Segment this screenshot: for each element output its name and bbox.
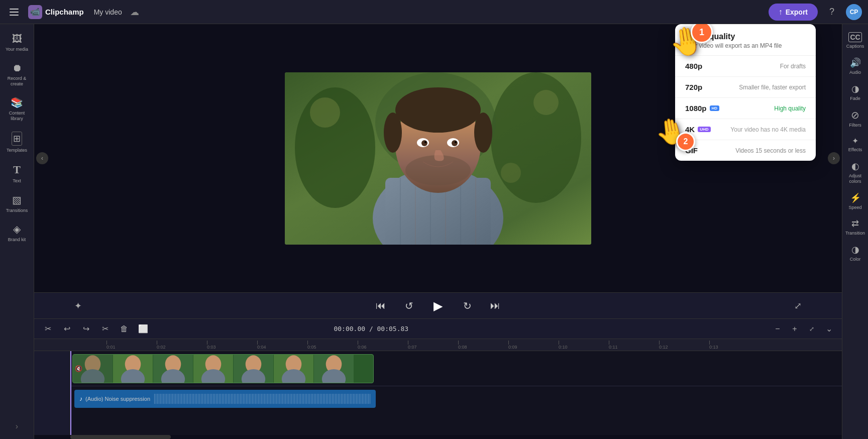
sidebar-item-templates[interactable]: ⊞ Templates bbox=[2, 127, 32, 158]
svg-point-6 bbox=[533, 90, 559, 115]
collapse-left-button[interactable]: ‹ bbox=[36, 152, 48, 164]
video-title[interactable]: My video bbox=[94, 8, 122, 16]
right-panel: CC Captions 🔊 Audio ◑ Fade ⊘ Filters ✦ E… bbox=[842, 24, 868, 439]
video-track: 🔇 bbox=[70, 351, 842, 386]
undo-button[interactable]: ↩ bbox=[59, 321, 74, 337]
sidebar-item-brand-kit[interactable]: ◈ Brand kit bbox=[2, 218, 32, 248]
right-panel-label-effects: Effects bbox=[848, 147, 862, 153]
export-option-480p[interactable]: 480p For drafts bbox=[675, 56, 816, 77]
export-dropdown-title: Video quality bbox=[685, 32, 806, 41]
right-panel-item-audio[interactable]: 🔊 Audio bbox=[843, 53, 867, 79]
skip-forward-button[interactable]: ⏭ bbox=[486, 297, 504, 315]
audio-note-icon: ♪ bbox=[79, 395, 82, 402]
timeline-scrollbar[interactable] bbox=[34, 435, 842, 439]
play-button[interactable]: ▶ bbox=[428, 296, 448, 316]
timeline-toolbar: ✂ ↩ ↪ ✂ 🗑 ⬜ 00:00.00 / 00:05.83 − + ⤢ ⌄ bbox=[34, 319, 842, 339]
right-panel-label-filters: Filters bbox=[849, 123, 861, 128]
ruler-mark: 0:06 bbox=[358, 341, 408, 350]
help-button[interactable]: ? bbox=[824, 4, 840, 20]
ruler-mark: 0:09 bbox=[508, 341, 559, 350]
ruler-mark: 0:13 bbox=[709, 341, 759, 350]
audio-track[interactable]: ♪ (Audio) Noise suppression bbox=[74, 390, 376, 408]
avatar[interactable]: CP bbox=[846, 4, 862, 20]
adjust-colors-icon: ◐ bbox=[851, 161, 859, 172]
right-panel-item-captions[interactable]: CC Captions bbox=[843, 28, 867, 53]
export-note-1080p: High quality bbox=[774, 105, 806, 112]
svg-point-3 bbox=[491, 72, 581, 203]
right-panel-item-color[interactable]: ◑ Color bbox=[843, 240, 867, 266]
captions-icon: CC bbox=[848, 32, 861, 42]
clip-frame-6 bbox=[274, 355, 314, 383]
export-option-1080p[interactable]: 1080p HD High quality bbox=[675, 98, 816, 119]
svg-point-5 bbox=[310, 97, 340, 128]
text-icon: T bbox=[13, 163, 21, 176]
timeline-chevron-down[interactable]: ⌄ bbox=[822, 322, 836, 336]
video-preview bbox=[285, 72, 591, 245]
track-labels bbox=[34, 351, 70, 435]
sidebar-item-transitions[interactable]: ▧ Transitions bbox=[2, 189, 32, 218]
sidebar-label-templates: Templates bbox=[7, 148, 27, 153]
export-note-gif: Videos 15 seconds or less bbox=[735, 147, 806, 154]
ruler-mark: 0:10 bbox=[559, 341, 609, 350]
export-res-1080p: 1080p HD bbox=[685, 104, 719, 113]
ruler-mark: 0:01 bbox=[106, 341, 157, 350]
export-label: Export bbox=[786, 8, 808, 16]
forward-button[interactable]: ↻ bbox=[458, 297, 476, 315]
app-name: Clipchamp bbox=[45, 8, 84, 16]
ruler-mark: 0:03 bbox=[207, 341, 257, 350]
svg-point-23 bbox=[421, 140, 427, 146]
your-media-icon: 🖼 bbox=[12, 33, 22, 45]
export-option-720p[interactable]: 720p Smaller file, faster export bbox=[675, 77, 816, 98]
timeline-scroll-thumb[interactable] bbox=[70, 435, 171, 439]
magic-button[interactable]: ✦ bbox=[74, 300, 82, 311]
hamburger-menu[interactable] bbox=[6, 4, 22, 20]
sidebar-label-brand-kit: Brand kit bbox=[8, 237, 26, 243]
sidebar-item-record-create[interactable]: ⏺ Record & create bbox=[2, 57, 32, 92]
fit-button[interactable]: ⤢ bbox=[805, 322, 819, 336]
sidebar-item-content-library[interactable]: 📚 Content library bbox=[2, 91, 32, 127]
zoom-out-button[interactable]: − bbox=[771, 322, 785, 336]
fullscreen-button[interactable]: ⤢ bbox=[794, 300, 802, 311]
timeline-ruler: 0:01 0:02 0:03 0:04 bbox=[34, 339, 842, 351]
cloud-icon: ☁ bbox=[130, 7, 139, 18]
export-option-4k[interactable]: 4K UHD Your video has no 4K media bbox=[675, 119, 816, 140]
zoom-in-button[interactable]: + bbox=[788, 322, 802, 336]
collapse-right-button[interactable]: › bbox=[828, 152, 840, 164]
right-panel-item-adjust-colors[interactable]: ◐ Adjust colors bbox=[843, 157, 867, 188]
audio-icon: 🔊 bbox=[850, 57, 861, 68]
clip-audio-icon: 🔇 bbox=[75, 365, 82, 372]
sidebar-collapse[interactable]: › bbox=[16, 422, 18, 435]
sidebar-item-your-media[interactable]: 🖼 Your media bbox=[2, 28, 32, 57]
more-button[interactable]: ⬜ bbox=[136, 321, 151, 337]
clip-frame-7 bbox=[314, 355, 354, 383]
sidebar-label-content-library: Content library bbox=[5, 111, 29, 122]
right-panel-item-speed[interactable]: ⚡ Speed bbox=[843, 188, 867, 214]
clip-frames bbox=[73, 355, 354, 383]
sidebar-item-text[interactable]: T Text bbox=[2, 158, 32, 189]
right-panel-item-effects[interactable]: ✦ Effects bbox=[843, 132, 867, 157]
split-tool-button[interactable]: ✂ bbox=[40, 321, 55, 337]
redo-button[interactable]: ↪ bbox=[78, 321, 93, 337]
right-panel-item-transition[interactable]: ⇄ Transition bbox=[843, 214, 867, 240]
video-clip[interactable]: 🔇 bbox=[72, 354, 374, 383]
rewind-button[interactable]: ↺ bbox=[400, 297, 418, 315]
sidebar-label-your-media: Your media bbox=[6, 47, 28, 52]
export-note-4k: Your video has no 4K media bbox=[730, 126, 806, 133]
right-panel-label-speed: Speed bbox=[848, 205, 861, 210]
fade-icon: ◑ bbox=[851, 83, 859, 94]
export-note-480p: For drafts bbox=[780, 63, 806, 70]
export-res-480p: 480p bbox=[685, 62, 702, 70]
right-panel-label-captions: Captions bbox=[846, 44, 864, 49]
main-layout: 🖼 Your media ⏺ Record & create 📚 Content… bbox=[0, 24, 868, 439]
time-total: / 00:05.83 bbox=[369, 325, 408, 333]
skip-back-button[interactable]: ⏮ bbox=[372, 297, 390, 315]
clip-frame-3 bbox=[153, 355, 193, 383]
export-button[interactable]: ↑ Export bbox=[769, 4, 818, 21]
video-controls: ✦ ⏮ ↺ ▶ ↻ ⏭ ⤢ bbox=[34, 292, 842, 318]
right-panel-item-fade[interactable]: ◑ Fade bbox=[843, 79, 867, 105]
export-option-gif[interactable]: GIF Videos 15 seconds or less bbox=[675, 140, 816, 161]
effects-icon: ✦ bbox=[852, 136, 858, 146]
cut-button[interactable]: ✂ bbox=[97, 321, 113, 337]
delete-button[interactable]: 🗑 bbox=[117, 321, 132, 337]
right-panel-item-filters[interactable]: ⊘ Filters bbox=[843, 105, 867, 132]
